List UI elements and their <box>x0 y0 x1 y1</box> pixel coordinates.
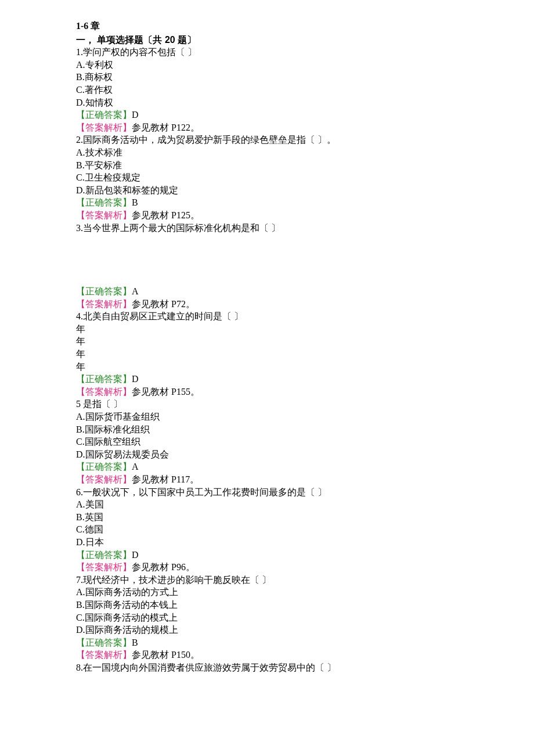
question-stem: 3.当今世界上两个最大的国际标准化机构是和〔 〕 <box>76 222 482 235</box>
question-option: A.美国 <box>76 498 482 511</box>
question-option: A.国际商务活动的方式上 <box>76 586 482 599</box>
correct-label: 【正确答案】 <box>76 550 132 560</box>
correct-value: B <box>132 197 138 207</box>
question-option: 年 <box>76 348 482 361</box>
analysis-label: 【答案解析】 <box>76 299 132 309</box>
question-option: D.国际商务活动的规模上 <box>76 624 482 636</box>
question-option: D.国际贸易法规委员会 <box>76 448 482 461</box>
correct-label: 【正确答案】 <box>76 110 132 120</box>
answer-analysis: 【答案解析】参见教材 P125。 <box>76 209 482 222</box>
correct-value: A <box>132 462 139 471</box>
section-heading: 一， 单项选择题〔共 20 题〕 <box>76 34 482 46</box>
answer-analysis: 【答案解析】参见教材 P122。 <box>76 121 482 134</box>
answer-analysis: 【答案解析】参见教材 P155。 <box>76 386 482 398</box>
analysis-value: 参见教材 P117。 <box>132 474 199 484</box>
analysis-label: 【答案解析】 <box>76 123 132 132</box>
question-stem: 4.北美自由贸易区正式建立的时间是〔 〕 <box>76 310 482 323</box>
question-stem: 8.在一国境内向外国消费者供应旅游效劳属于效劳贸易中的〔 〕 <box>76 661 482 674</box>
analysis-value: 参见教材 P96。 <box>132 562 195 572</box>
correct-label: 【正确答案】 <box>76 638 132 647</box>
correct-answer: 【正确答案】D <box>76 549 482 561</box>
question-option: 年 <box>76 335 482 348</box>
question-stem: 2.国际商务活动中，成为贸易爱护新手段的绿色壁垒是指〔 〕。 <box>76 134 482 146</box>
chapter-heading: 1-6 章 <box>76 20 482 33</box>
correct-answer: 【正确答案】B <box>76 196 482 209</box>
correct-answer: 【正确答案】D <box>76 109 482 121</box>
analysis-label: 【答案解析】 <box>76 387 132 397</box>
document-page: 1-6 章 一， 单项选择题〔共 20 题〕 1.学问产权的内容不包括〔 〕 A… <box>0 0 482 674</box>
question-stem: 6.一般状况下，以下国家中员工为工作花费时间最多的是〔 〕 <box>76 486 482 499</box>
correct-value: D <box>132 550 139 560</box>
question-option: B.商标权 <box>76 71 482 84</box>
correct-answer: 【正确答案】D <box>76 373 482 386</box>
question-option: 年 <box>76 323 482 336</box>
answer-analysis: 【答案解析】参见教材 P96。 <box>76 561 482 574</box>
question-stem: 5 是指〔 〕 <box>76 398 482 411</box>
analysis-value: 参见教材 P150。 <box>132 650 200 660</box>
analysis-label: 【答案解析】 <box>76 210 132 220</box>
correct-label: 【正确答案】 <box>76 286 132 296</box>
correct-value: D <box>132 110 139 120</box>
answer-analysis: 【答案解析】参见教材 P117。 <box>76 473 482 486</box>
question-option: C.国际商务活动的模式上 <box>76 611 482 624</box>
question-stem: 1.学问产权的内容不包括〔 〕 <box>76 46 482 59</box>
correct-answer: 【正确答案】A <box>76 285 482 298</box>
question-option: 年 <box>76 361 482 373</box>
analysis-value: 参见教材 P125。 <box>132 210 200 220</box>
question-option: A.国际货币基金组织 <box>76 411 482 423</box>
correct-label: 【正确答案】 <box>76 374 132 384</box>
correct-answer: 【正确答案】A <box>76 460 482 473</box>
analysis-label: 【答案解析】 <box>76 650 132 660</box>
question-option: D.新品包装和标签的规定 <box>76 184 482 197</box>
question-option: A.技术标准 <box>76 146 482 159</box>
analysis-label: 【答案解析】 <box>76 562 132 572</box>
correct-label: 【正确答案】 <box>76 197 132 207</box>
correct-answer: 【正确答案】B <box>76 636 482 649</box>
answer-analysis: 【答案解析】参见教材 P72。 <box>76 298 482 311</box>
correct-value: D <box>132 374 139 384</box>
analysis-label: 【答案解析】 <box>76 474 132 484</box>
question-option: A.专利权 <box>76 59 482 71</box>
blank-gap <box>76 234 482 285</box>
question-stem: 7.现代经济中，技术进步的影响干脆反映在〔 〕 <box>76 574 482 586</box>
question-option: C.著作权 <box>76 84 482 96</box>
question-option: C.国际航空组织 <box>76 435 482 448</box>
question-option: C.德国 <box>76 523 482 536</box>
question-option: C.卫生检疫规定 <box>76 171 482 184</box>
question-option: D.知情权 <box>76 96 482 109</box>
correct-label: 【正确答案】 <box>76 462 132 471</box>
question-option: B.英国 <box>76 511 482 524</box>
correct-value: B <box>132 638 138 647</box>
analysis-value: 参见教材 P155。 <box>132 387 200 397</box>
analysis-value: 参见教材 P72。 <box>132 299 195 309</box>
question-option: D.日本 <box>76 536 482 549</box>
question-option: B.国际商务活动的本钱上 <box>76 599 482 611</box>
answer-analysis: 【答案解析】参见教材 P150。 <box>76 649 482 661</box>
analysis-value: 参见教材 P122。 <box>132 123 200 132</box>
question-option: B.国际标准化组织 <box>76 423 482 436</box>
question-option: B.平安标准 <box>76 159 482 172</box>
correct-value: A <box>132 286 139 296</box>
